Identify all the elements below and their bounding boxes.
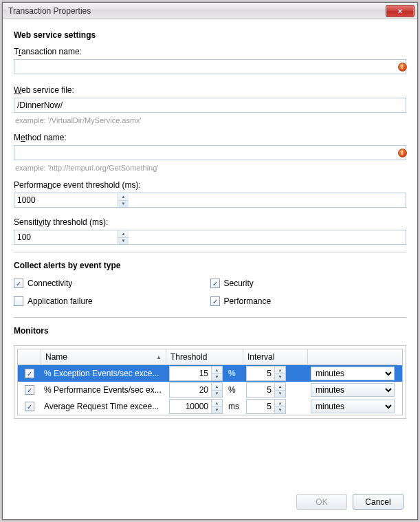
- label-method-name: Method name:: [14, 131, 406, 145]
- threshold-input[interactable]: [170, 383, 211, 397]
- spin-buttons[interactable]: ▲▼: [211, 400, 222, 413]
- field-transaction-name: !: [14, 59, 406, 74]
- interval-stepper[interactable]: ▲▼: [246, 382, 286, 398]
- header-name[interactable]: Name ▲: [41, 349, 166, 365]
- table-row[interactable]: % Performance Events/sec ex...▲▼%▲▼minut…: [18, 382, 402, 398]
- spin-up-icon[interactable]: ▲: [212, 400, 222, 407]
- spin-up-icon[interactable]: ▲: [275, 400, 285, 407]
- spin-down-icon[interactable]: ▼: [212, 374, 222, 381]
- field-web-service-file: [14, 98, 406, 113]
- spin-down-icon[interactable]: ▼: [212, 407, 222, 414]
- checkbox-application-failure[interactable]: Application failure: [14, 296, 210, 306]
- checkbox-label: Connectivity: [27, 279, 72, 288]
- spin-up-icon[interactable]: ▲: [212, 367, 222, 374]
- table-row[interactable]: Average Request Time excee...▲▼ms▲▼minut…: [18, 398, 402, 415]
- method-name-input[interactable]: [14, 145, 406, 160]
- monitors-header-row: Name ▲ Threshold Interval: [17, 349, 403, 365]
- interval-input[interactable]: [247, 400, 274, 413]
- sensitivity-threshold-stepper[interactable]: ▲ ▼: [14, 230, 406, 245]
- interval-stepper[interactable]: ▲▼: [246, 399, 286, 414]
- divider: [14, 317, 406, 318]
- spin-buttons[interactable]: ▲ ▼: [118, 193, 129, 207]
- section-web-service-settings: Web service settings: [14, 28, 406, 45]
- error-icon: !: [397, 147, 408, 158]
- dialog-body: Web service settings Transaction name: !…: [3, 19, 417, 519]
- alert-checkbox-grid: Connectivity Security Application failur…: [14, 276, 406, 310]
- checkbox-security[interactable]: Security: [210, 279, 407, 288]
- sensitivity-threshold-input[interactable]: [14, 230, 118, 244]
- checkbox-label: Performance: [224, 296, 272, 306]
- transaction-name-input[interactable]: [14, 59, 406, 74]
- threshold-input[interactable]: [170, 400, 211, 413]
- spin-down-icon[interactable]: ▼: [275, 407, 285, 414]
- section-monitors: Monitors: [14, 323, 406, 341]
- header-interval-unit[interactable]: [308, 349, 397, 365]
- row-name: % Exception Events/sec exce...: [41, 365, 166, 382]
- close-button[interactable]: ×: [386, 5, 415, 17]
- threshold-stepper[interactable]: ▲▼: [169, 366, 223, 381]
- dialog-footer: OK Cancel: [14, 487, 406, 512]
- interval-input[interactable]: [247, 383, 274, 397]
- spin-down-icon[interactable]: ▼: [118, 201, 129, 208]
- table-row[interactable]: % Exception Events/sec exce...▲▼%▲▼minut…: [18, 365, 402, 382]
- web-service-file-input[interactable]: [14, 98, 406, 113]
- checkbox-icon[interactable]: [210, 279, 220, 288]
- spin-down-icon[interactable]: ▼: [275, 391, 285, 398]
- header-checkbox-col[interactable]: [18, 349, 41, 365]
- interval-stepper[interactable]: ▲▼: [246, 366, 286, 381]
- performance-threshold-input[interactable]: [14, 193, 118, 207]
- checkbox-icon[interactable]: [210, 296, 220, 306]
- cancel-button[interactable]: Cancel: [353, 494, 404, 510]
- sort-asc-icon: ▲: [156, 354, 162, 360]
- checkbox-label: Security: [224, 279, 254, 288]
- threshold-unit: %: [225, 382, 243, 398]
- spin-up-icon[interactable]: ▲: [275, 367, 285, 374]
- interval-unit-select[interactable]: minutes: [311, 383, 395, 397]
- spin-up-icon[interactable]: ▲: [275, 383, 285, 391]
- hint-method-name: example: 'http://tempuri.org/GetSomethin…: [14, 162, 406, 176]
- checkbox-connectivity[interactable]: Connectivity: [14, 279, 210, 288]
- spin-buttons[interactable]: ▲▼: [274, 383, 285, 397]
- interval-unit-select[interactable]: minutes: [311, 367, 395, 380]
- spin-down-icon[interactable]: ▼: [275, 374, 285, 381]
- row-checkbox[interactable]: [25, 402, 34, 411]
- spin-buttons[interactable]: ▲▼: [274, 400, 285, 413]
- section-collect-alerts: Collect alerts by event type: [14, 258, 406, 276]
- spin-down-icon[interactable]: ▼: [212, 391, 222, 398]
- threshold-input[interactable]: [170, 367, 211, 380]
- checkbox-icon[interactable]: [14, 296, 23, 306]
- interval-input[interactable]: [247, 367, 274, 380]
- row-name: % Performance Events/sec ex...: [41, 382, 166, 398]
- ok-button[interactable]: OK: [296, 494, 347, 510]
- header-interval[interactable]: Interval: [243, 349, 308, 365]
- monitors-rows: % Exception Events/sec exce...▲▼%▲▼minut…: [17, 365, 403, 415]
- threshold-unit: ms: [225, 398, 243, 415]
- spin-buttons[interactable]: ▲▼: [211, 383, 222, 397]
- spin-buttons[interactable]: ▲▼: [274, 367, 285, 380]
- checkbox-performance[interactable]: Performance: [210, 296, 407, 306]
- threshold-stepper[interactable]: ▲▼: [169, 382, 223, 398]
- dialog-window: Transaction Properties × Web service set…: [2, 2, 418, 520]
- spin-buttons[interactable]: ▲ ▼: [118, 230, 129, 244]
- row-checkbox[interactable]: [25, 369, 34, 378]
- field-method-name: !: [14, 145, 406, 160]
- spin-buttons[interactable]: ▲▼: [211, 367, 222, 380]
- header-threshold[interactable]: Threshold: [166, 349, 243, 365]
- performance-threshold-stepper[interactable]: ▲ ▼: [14, 193, 406, 208]
- titlebar: Transaction Properties ×: [3, 3, 417, 19]
- divider: [14, 252, 406, 252]
- interval-unit-select[interactable]: minutes: [311, 400, 395, 413]
- spin-up-icon[interactable]: ▲: [118, 230, 129, 238]
- monitors-table: Name ▲ Threshold Interval % Exception Ev…: [14, 345, 406, 419]
- checkbox-icon[interactable]: [14, 279, 23, 288]
- row-name: Average Request Time excee...: [41, 398, 166, 415]
- spin-down-icon[interactable]: ▼: [118, 238, 129, 245]
- threshold-unit: %: [225, 365, 243, 382]
- threshold-stepper[interactable]: ▲▼: [169, 399, 223, 414]
- row-checkbox[interactable]: [25, 385, 34, 395]
- spin-up-icon[interactable]: ▲: [118, 193, 129, 201]
- label-transaction-name: Transaction name:: [14, 45, 406, 59]
- hint-web-service-file: example: '/VirtualDir/MyService.asmx': [14, 114, 406, 129]
- spin-up-icon[interactable]: ▲: [212, 383, 222, 391]
- checkbox-label: Application failure: [27, 296, 93, 306]
